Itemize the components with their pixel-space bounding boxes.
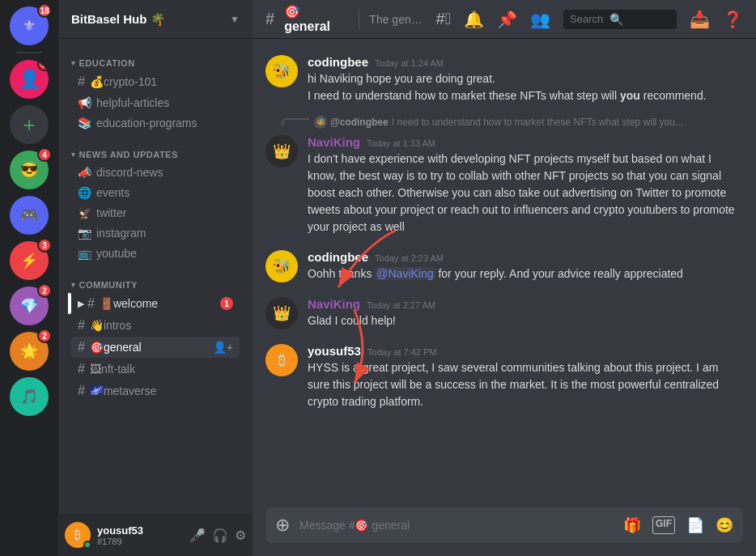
message-header: yousuf53 Today at 7:42 PM <box>308 344 743 358</box>
gif-icon[interactable]: GIF <box>652 516 675 534</box>
announcement-icon: 📢 <box>78 96 91 109</box>
server-emoji: 😎 <box>20 161 38 179</box>
announcement-icon: 📺 <box>78 247 91 260</box>
channel-item-instagram[interactable]: 📷 instagram <box>71 223 240 243</box>
pin-icon[interactable]: 📌 <box>497 10 517 29</box>
server-icon-1[interactable]: 😎 4 <box>10 151 49 189</box>
arrow-icon: ▶ <box>78 299 84 309</box>
channel-item-general[interactable]: # 🎯general 👤+ <box>71 337 240 358</box>
add-server-button[interactable]: + <box>10 105 49 144</box>
hash-icon: # <box>78 318 85 333</box>
members-icon[interactable]: 👥 <box>530 10 550 29</box>
server-sidebar: ⚜ 18 👤 1 + 😎 4 🎮 ⚡ 3 💎 2 🌟 2 🎵 <box>0 0 58 556</box>
hash-icon: # <box>78 74 85 89</box>
education-category-label[interactable]: ▾ EDUCATION <box>65 58 246 68</box>
main-chat-area: # 🎯general The gene... #⃣ 🔔 📌 👥 Search 🔍… <box>253 0 756 556</box>
user-mention[interactable]: @NaviKing <box>375 267 435 280</box>
chevron-down-icon: ▼ <box>230 14 240 25</box>
chat-input-box: ⊕ 🎁 GIF 📄 😊 <box>265 507 743 543</box>
search-box[interactable]: Search 🔍 <box>563 10 677 29</box>
message-text: Glad I could help! <box>308 312 743 329</box>
channel-item-education-programs[interactable]: 📚 education-programs <box>71 113 240 133</box>
message-content: codingbee Today at 1:24 AM hi Naviking h… <box>308 55 743 104</box>
settings-icon[interactable]: ⚙ <box>235 528 246 543</box>
channel-item-discord-news[interactable]: 📣 discord-news <box>71 163 240 182</box>
community-category: ▾ COMMUNITY ▶ # 🚪welcome 1 # 👋intros # 🎯… <box>58 277 253 405</box>
channel-item-events[interactable]: 🌐 events <box>71 183 240 202</box>
message-username: NaviKing <box>308 297 360 311</box>
header-divider <box>359 10 359 29</box>
channels-list: ▾ EDUCATION # 💰crypto-101 📢 helpful-arti… <box>58 39 253 514</box>
reply-username: @codingbee <box>330 117 389 128</box>
announcement-icon: 🦅 <box>78 206 91 219</box>
notification-badge: 2 <box>37 329 52 343</box>
avatar: 👑 <box>265 135 298 168</box>
channel-item-intros[interactable]: # 👋intros <box>71 315 240 336</box>
help-icon[interactable]: ❓ <box>723 10 743 29</box>
search-label: Search <box>570 13 603 25</box>
server-name: BitBasel Hub 🌴 <box>71 12 166 27</box>
community-category-label[interactable]: ▾ COMMUNITY <box>65 280 246 290</box>
hash-icon: # <box>78 340 85 354</box>
announcement-icon: 📷 <box>78 227 91 240</box>
avatar: 👑 <box>265 297 298 329</box>
avatar: 🐝 <box>265 250 298 282</box>
server-emoji: 🎵 <box>20 388 38 405</box>
reply-avatar: 🐝 <box>314 116 327 129</box>
inbox-icon[interactable]: 📥 <box>690 10 710 29</box>
channel-item-nft-talk[interactable]: # 🖼nft-talk <box>71 359 240 380</box>
message-input[interactable] <box>299 519 614 532</box>
notification-settings-icon[interactable]: 🔔 <box>464 10 484 29</box>
hash-icon: # <box>78 384 85 398</box>
message-text: HYSS is a great project, I saw several c… <box>308 359 743 410</box>
discord-icon: ⚜ <box>23 17 36 35</box>
headphones-icon[interactable]: 🎧 <box>212 528 228 543</box>
threads-icon[interactable]: #⃣ <box>436 10 451 28</box>
microphone-icon[interactable]: 🎤 <box>189 528 206 543</box>
message-timestamp: Today at 1:33 AM <box>367 138 435 148</box>
message-header: NaviKing Today at 2:27 AM <box>308 297 743 311</box>
server-icon-5[interactable]: 🌟 2 <box>10 332 49 371</box>
avatar: ₿ <box>65 522 91 548</box>
username: yousuf53 <box>97 524 189 537</box>
channel-item-youtube[interactable]: 📺 youtube <box>71 244 240 263</box>
channel-item-crypto-101[interactable]: # 💰crypto-101 <box>71 71 240 92</box>
avatar-emoji: ₿ <box>74 528 81 542</box>
messages-area: 🐝 codingbee Today at 1:24 AM hi Naviking… <box>253 39 756 507</box>
discord-home-button[interactable]: ⚜ 18 <box>10 6 49 45</box>
server-icon-avatar[interactable]: 👤 1 <box>10 60 49 99</box>
channel-item-metaverse[interactable]: # 🌌metaverse <box>71 380 240 401</box>
hash-icon: # <box>265 10 274 28</box>
channel-item-welcome[interactable]: ▶ # 🚪welcome 1 <box>71 293 240 314</box>
education-category: ▾ EDUCATION # 💰crypto-101 📢 helpful-arti… <box>58 55 253 137</box>
server-emoji: ⚡ <box>20 252 38 270</box>
add-member-icon[interactable]: 👤+ <box>213 341 233 354</box>
message-group: ₿ yousuf53 Today at 7:42 PM HYSS is a gr… <box>265 341 743 414</box>
channel-item-twitter[interactable]: 🦅 twitter <box>71 203 240 223</box>
reply-curve <box>282 118 309 126</box>
gift-icon[interactable]: 🎁 <box>623 516 641 534</box>
header-icons: #⃣ 🔔 📌 👥 Search 🔍 📥 ❓ <box>436 10 743 29</box>
announcement-icon: 📣 <box>78 166 91 179</box>
message-content: NaviKing Today at 1:33 AM I don't have e… <box>308 135 743 236</box>
server-icon-6[interactable]: 🎵 <box>10 377 49 416</box>
notification-badge: 3 <box>37 238 52 253</box>
sticker-icon[interactable]: 📄 <box>686 516 704 534</box>
message-header: codingbee Today at 2:23 AM <box>308 250 743 264</box>
server-icon-3[interactable]: ⚡ 3 <box>10 241 49 280</box>
emoji-icon[interactable]: 😊 <box>716 516 733 534</box>
avatar: 🐝 <box>265 55 298 87</box>
message-content: yousuf53 Today at 7:42 PM HYSS is a grea… <box>308 344 743 410</box>
message-group: 👑 NaviKing Today at 2:27 AM Glad I could… <box>265 294 743 333</box>
search-icon: 🔍 <box>609 13 623 26</box>
server-icon-4[interactable]: 💎 2 <box>10 286 49 325</box>
channel-item-helpful-articles[interactable]: 📢 helpful-articles <box>71 93 240 112</box>
user-area: ₿ yousuf53 #1789 🎤 🎧 ⚙ <box>58 514 253 556</box>
server-icon-2[interactable]: 🎮 <box>10 196 49 235</box>
avatar-icon: 👤 <box>19 69 40 90</box>
add-attachment-button[interactable]: ⊕ <box>275 515 290 536</box>
message-timestamp: Today at 7:42 PM <box>367 347 437 357</box>
news-updates-category-label[interactable]: ▾ NEWS AND UPDATES <box>65 150 246 159</box>
server-header[interactable]: BitBasel Hub 🌴 ▼ <box>58 0 253 39</box>
message-username: yousuf53 <box>308 344 361 358</box>
